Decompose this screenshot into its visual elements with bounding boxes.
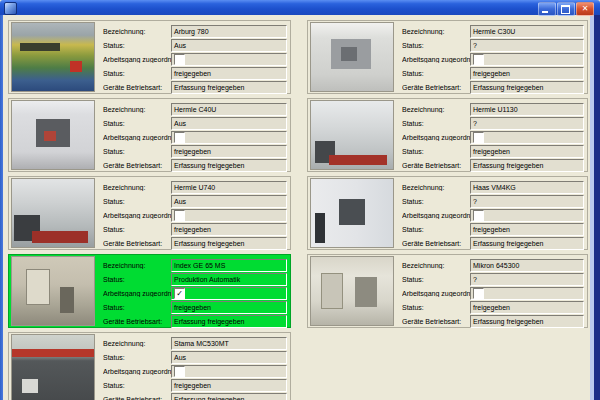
- machine-panel: Bezeichnung: Hermle C40U Status: Aus Arb…: [8, 98, 291, 172]
- status2-label: Status:: [103, 70, 171, 77]
- machines-column-left: Bezeichnung: Arburg 780 Status: Aus Arbe…: [8, 15, 291, 400]
- bezeichnung-field[interactable]: Index GE 65 MS: [171, 259, 287, 272]
- arbeitsgang-checkbox[interactable]: [473, 132, 484, 143]
- arbeitsgang-checkbox-field: [470, 209, 584, 222]
- bezeichnung-label: Bezeichnung:: [402, 262, 470, 269]
- machine-panel: Bezeichnung: Haas VM4KG Status: ? Arbeit…: [307, 176, 588, 250]
- machine-panel: Bezeichnung: Hermle C30U Status: ? Arbei…: [307, 20, 588, 94]
- arbeitsgang-checkbox[interactable]: [473, 288, 484, 299]
- status2-field[interactable]: freigegeben: [171, 301, 287, 314]
- bezeichnung-field[interactable]: Hermle U1130: [470, 103, 584, 116]
- status-label: Status:: [103, 42, 171, 49]
- arbeitsgang-checkbox[interactable]: [174, 54, 185, 65]
- status2-field[interactable]: freigegeben: [470, 67, 584, 80]
- stama-machine-photo: [11, 334, 95, 400]
- arbeitsgang-label: Arbeitsgang zugeordnet:: [103, 290, 171, 297]
- status-label: Status:: [402, 276, 470, 283]
- bezeichnung-field[interactable]: Hermle U740: [171, 181, 287, 194]
- arbeitsgang-label: Arbeitsgang zugeordnet:: [402, 56, 470, 63]
- arbeitsgang-label: Arbeitsgang zugeordnet:: [402, 134, 470, 141]
- status2-label: Status:: [402, 70, 470, 77]
- status-field[interactable]: ?: [470, 195, 584, 208]
- bezeichnung-field[interactable]: Hermle C40U: [171, 103, 287, 116]
- arbeitsgang-checkbox[interactable]: [174, 132, 185, 143]
- status-label: Status:: [103, 276, 171, 283]
- betriebsart-field[interactable]: Erfassung freigegeben: [470, 159, 584, 172]
- arbeitsgang-checkbox-field: [470, 53, 584, 66]
- mikron-machine-photo: [310, 256, 394, 326]
- status2-field[interactable]: freigegeben: [171, 67, 287, 80]
- arburg-machine-photo: [11, 22, 95, 92]
- status2-field[interactable]: freigegeben: [171, 379, 287, 392]
- bezeichnung-label: Bezeichnung:: [103, 184, 171, 191]
- machines-column-right: Bezeichnung: Hermle C30U Status: ? Arbei…: [307, 15, 588, 328]
- status2-label: Status:: [402, 148, 470, 155]
- arbeitsgang-checkbox-field: [470, 131, 584, 144]
- status2-label: Status:: [103, 304, 171, 311]
- status-field[interactable]: Aus: [171, 195, 287, 208]
- status-field[interactable]: ?: [470, 39, 584, 52]
- status-label: Status:: [103, 354, 171, 361]
- status-label: Status:: [402, 198, 470, 205]
- betriebsart-field[interactable]: Erfassung freigegeben: [171, 237, 287, 250]
- betriebsart-label: Geräte Betriebsart:: [103, 84, 171, 91]
- status2-label: Status:: [402, 226, 470, 233]
- maximize-button[interactable]: [557, 2, 575, 16]
- machine-panel: Bezeichnung: Arburg 780 Status: Aus Arbe…: [8, 20, 291, 94]
- bezeichnung-label: Bezeichnung:: [402, 106, 470, 113]
- arbeitsgang-label: Arbeitsgang zugeordnet:: [103, 368, 171, 375]
- bezeichnung-field[interactable]: Stama MC530MT: [171, 337, 287, 350]
- status2-field[interactable]: freigegeben: [171, 223, 287, 236]
- status-field[interactable]: Aus: [171, 39, 287, 52]
- hermle-c-machine-photo: [11, 100, 95, 170]
- arbeitsgang-checkbox-field: ✓: [171, 287, 287, 300]
- bezeichnung-field[interactable]: Hermle C30U: [470, 25, 584, 38]
- betriebsart-field[interactable]: Erfassung freigegeben: [171, 315, 287, 328]
- machine-overview-area: Bezeichnung: Arburg 780 Status: Aus Arbe…: [3, 15, 594, 400]
- status-field[interactable]: ?: [470, 273, 584, 286]
- status2-label: Status:: [402, 304, 470, 311]
- betriebsart-label: Geräte Betriebsart:: [402, 84, 470, 91]
- close-icon: ✕: [582, 4, 589, 13]
- arbeitsgang-checkbox[interactable]: [174, 366, 185, 377]
- window-border-left: [0, 15, 3, 400]
- bezeichnung-field[interactable]: Haas VM4KG: [470, 181, 584, 194]
- arbeitsgang-label: Arbeitsgang zugeordnet:: [103, 56, 171, 63]
- application-icon: [4, 2, 17, 15]
- betriebsart-field[interactable]: Erfassung freigegeben: [470, 237, 584, 250]
- machine-panel: Bezeichnung: Index GE 65 MS Status: Prod…: [8, 254, 291, 328]
- betriebsart-label: Geräte Betriebsart:: [402, 162, 470, 169]
- status2-field[interactable]: freigegeben: [470, 145, 584, 158]
- betriebsart-label: Geräte Betriebsart:: [402, 240, 470, 247]
- status-field[interactable]: ?: [470, 117, 584, 130]
- arbeitsgang-checkbox[interactable]: ✓: [174, 288, 185, 299]
- window-titlebar[interactable]: ✕: [0, 0, 600, 15]
- bezeichnung-label: Bezeichnung:: [402, 184, 470, 191]
- workshop-machine-photo: [11, 256, 95, 326]
- status-field[interactable]: Produktion Automatik: [171, 273, 287, 286]
- bezeichnung-label: Bezeichnung:: [402, 28, 470, 35]
- status2-field[interactable]: freigegeben: [171, 145, 287, 158]
- betriebsart-field[interactable]: Erfassung freigegeben: [171, 81, 287, 94]
- status-field[interactable]: Aus: [171, 117, 287, 130]
- betriebsart-field[interactable]: Erfassung freigegeben: [171, 159, 287, 172]
- minimize-button[interactable]: [538, 2, 556, 16]
- window-border-edge: [594, 15, 600, 400]
- arbeitsgang-checkbox-field: [171, 209, 287, 222]
- arbeitsgang-checkbox[interactable]: [473, 54, 484, 65]
- bezeichnung-field[interactable]: Mikron 645300: [470, 259, 584, 272]
- status2-field[interactable]: freigegeben: [470, 223, 584, 236]
- bezeichnung-field[interactable]: Arburg 780: [171, 25, 287, 38]
- hermle-u-machine-photo: [11, 178, 95, 248]
- betriebsart-field[interactable]: Erfassung freigegeben: [470, 315, 584, 328]
- arbeitsgang-checkbox[interactable]: [473, 210, 484, 221]
- betriebsart-field[interactable]: Erfassung freigegeben: [171, 393, 287, 400]
- close-button[interactable]: ✕: [576, 2, 594, 16]
- status-field[interactable]: Aus: [171, 351, 287, 364]
- arbeitsgang-checkbox[interactable]: [174, 210, 185, 221]
- betriebsart-field[interactable]: Erfassung freigegeben: [470, 81, 584, 94]
- status2-label: Status:: [103, 148, 171, 155]
- arbeitsgang-checkbox-field: [470, 287, 584, 300]
- betriebsart-label: Geräte Betriebsart:: [103, 396, 171, 400]
- status2-field[interactable]: freigegeben: [470, 301, 584, 314]
